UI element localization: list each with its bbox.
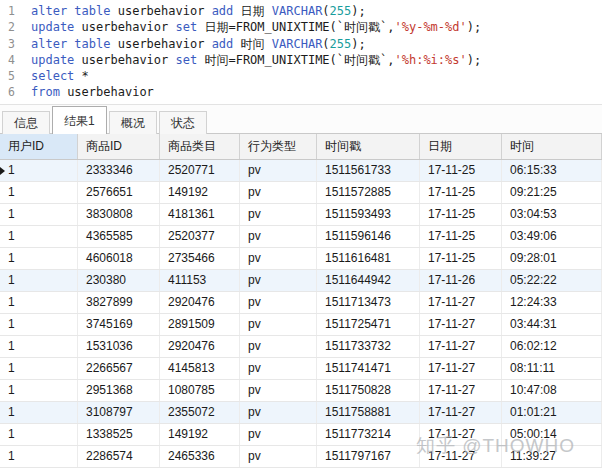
table-cell[interactable]: 09:28:01: [502, 248, 602, 269]
table-cell[interactable]: 3108797: [78, 402, 160, 423]
table-row[interactable]: 129513681080785pv151175082817-11-2710:47…: [0, 380, 602, 402]
column-header[interactable]: 用户ID: [0, 134, 78, 159]
table-cell[interactable]: 17-11-25: [420, 204, 502, 225]
table-row[interactable]: 11338525149192pv151177321417-11-2705:00:…: [0, 424, 602, 446]
table-cell[interactable]: 1338525: [78, 424, 160, 445]
table-cell[interactable]: 2951368: [78, 380, 160, 401]
table-cell[interactable]: 17-11-27: [420, 314, 502, 335]
table-cell[interactable]: 1: [0, 248, 78, 269]
code-line[interactable]: 6from userbehavior: [0, 84, 602, 100]
code-line[interactable]: 2update userbehavior set 日期=FROM_UNIXTIM…: [0, 19, 602, 35]
table-cell[interactable]: 17-11-27: [420, 292, 502, 313]
table-cell[interactable]: 05:22:22: [502, 270, 602, 291]
table-cell[interactable]: 12:24:33: [502, 292, 602, 313]
table-cell[interactable]: pv: [240, 248, 317, 269]
table-cell[interactable]: pv: [240, 336, 317, 357]
table-cell[interactable]: pv: [240, 314, 317, 335]
table-row[interactable]: 138308084181361pv151159349317-11-2503:04…: [0, 204, 602, 226]
table-row[interactable]: 146060182735466pv151161648117-11-2509:28…: [0, 248, 602, 270]
table-cell[interactable]: 2735466: [160, 248, 240, 269]
table-cell[interactable]: 4606018: [78, 248, 160, 269]
table-cell[interactable]: 17-11-25: [420, 182, 502, 203]
table-cell[interactable]: 1: [0, 380, 78, 401]
table-cell[interactable]: 17-11-27: [420, 402, 502, 423]
table-cell[interactable]: 1: [0, 314, 78, 335]
table-cell[interactable]: 149192: [160, 424, 240, 445]
table-cell[interactable]: 17-11-27: [420, 446, 502, 467]
table-cell[interactable]: 06:15:33: [502, 160, 602, 181]
table-row[interactable]: 138278992920476pv151171347317-11-2712:24…: [0, 292, 602, 314]
table-cell[interactable]: 06:02:12: [502, 336, 602, 357]
table-cell[interactable]: 08:11:11: [502, 358, 602, 379]
table-cell[interactable]: 2520377: [160, 226, 240, 247]
table-cell[interactable]: 03:04:53: [502, 204, 602, 225]
code-line[interactable]: 4update userbehavior set 时间=FROM_UNIXTIM…: [0, 52, 602, 68]
table-cell[interactable]: 4181361: [160, 204, 240, 225]
table-cell[interactable]: pv: [240, 182, 317, 203]
tab-result1[interactable]: 结果1: [52, 106, 107, 134]
table-cell[interactable]: 149192: [160, 182, 240, 203]
table-cell[interactable]: pv: [240, 446, 317, 467]
table-cell[interactable]: 2520771: [160, 160, 240, 181]
table-cell[interactable]: 1511741471: [317, 358, 420, 379]
column-header[interactable]: 时间: [502, 134, 602, 159]
table-cell[interactable]: 1511593493: [317, 204, 420, 225]
table-cell[interactable]: 4145813: [160, 358, 240, 379]
table-row[interactable]: 137451692891509pv151172547117-11-2703:44…: [0, 314, 602, 336]
table-cell[interactable]: 17-11-25: [420, 160, 502, 181]
table-cell[interactable]: pv: [240, 292, 317, 313]
table-cell[interactable]: 1511797167: [317, 446, 420, 467]
code-line[interactable]: 3alter table userbehavior add 时间 VARCHAR…: [0, 36, 602, 52]
table-cell[interactable]: 1: [0, 226, 78, 247]
table-cell[interactable]: 3827899: [78, 292, 160, 313]
sql-editor[interactable]: 1alter table userbehavior add 日期 VARCHAR…: [0, 0, 602, 104]
table-cell[interactable]: pv: [240, 226, 317, 247]
table-cell[interactable]: 17-11-27: [420, 358, 502, 379]
column-header[interactable]: 商品ID: [78, 134, 160, 159]
table-cell[interactable]: 1: [0, 358, 78, 379]
table-cell[interactable]: 1: [0, 182, 78, 203]
table-cell[interactable]: 17-11-27: [420, 424, 502, 445]
table-cell[interactable]: 2920476: [160, 336, 240, 357]
table-cell[interactable]: 1511758881: [317, 402, 420, 423]
table-cell[interactable]: 1511773214: [317, 424, 420, 445]
table-cell[interactable]: pv: [240, 358, 317, 379]
table-cell[interactable]: 17-11-27: [420, 336, 502, 357]
table-cell[interactable]: 3830808: [78, 204, 160, 225]
table-cell[interactable]: 1: [0, 160, 78, 181]
table-cell[interactable]: 1511561733: [317, 160, 420, 181]
code-line[interactable]: 1alter table userbehavior add 日期 VARCHAR…: [0, 3, 602, 19]
tab-info[interactable]: 信息: [2, 111, 50, 134]
table-cell[interactable]: pv: [240, 380, 317, 401]
table-cell[interactable]: 2266567: [78, 358, 160, 379]
table-cell[interactable]: 09:21:25: [502, 182, 602, 203]
table-cell[interactable]: 1511644942: [317, 270, 420, 291]
table-row[interactable]: 122665674145813pv151174147117-11-2708:11…: [0, 358, 602, 380]
tab-status[interactable]: 状态: [159, 111, 207, 134]
table-cell[interactable]: 1511572885: [317, 182, 420, 203]
table-cell[interactable]: 2576651: [78, 182, 160, 203]
table-cell[interactable]: 4365585: [78, 226, 160, 247]
table-cell[interactable]: 2465336: [160, 446, 240, 467]
table-cell[interactable]: 1511616481: [317, 248, 420, 269]
table-row[interactable]: 115310362920476pv151173373217-11-2706:02…: [0, 336, 602, 358]
table-cell[interactable]: 1080785: [160, 380, 240, 401]
table-cell[interactable]: 411153: [160, 270, 240, 291]
table-cell[interactable]: 1: [0, 204, 78, 225]
table-cell[interactable]: 11:39:27: [502, 446, 602, 467]
column-header[interactable]: 日期: [420, 134, 502, 159]
code-line[interactable]: 5select *: [0, 68, 602, 84]
table-cell[interactable]: 1: [0, 270, 78, 291]
table-cell[interactable]: 10:47:08: [502, 380, 602, 401]
column-header[interactable]: 商品类目: [160, 134, 240, 159]
table-cell[interactable]: 2333346: [78, 160, 160, 181]
table-cell[interactable]: 2920476: [160, 292, 240, 313]
table-cell[interactable]: 1511713473: [317, 292, 420, 313]
table-cell[interactable]: pv: [240, 402, 317, 423]
table-row[interactable]: 131087972355072pv151175888117-11-2701:01…: [0, 402, 602, 424]
table-cell[interactable]: 17-11-25: [420, 248, 502, 269]
table-cell[interactable]: 1511733732: [317, 336, 420, 357]
table-cell[interactable]: pv: [240, 204, 317, 225]
table-cell[interactable]: 2286574: [78, 446, 160, 467]
table-row[interactable]: 143655852520377pv151159614617-11-2503:49…: [0, 226, 602, 248]
